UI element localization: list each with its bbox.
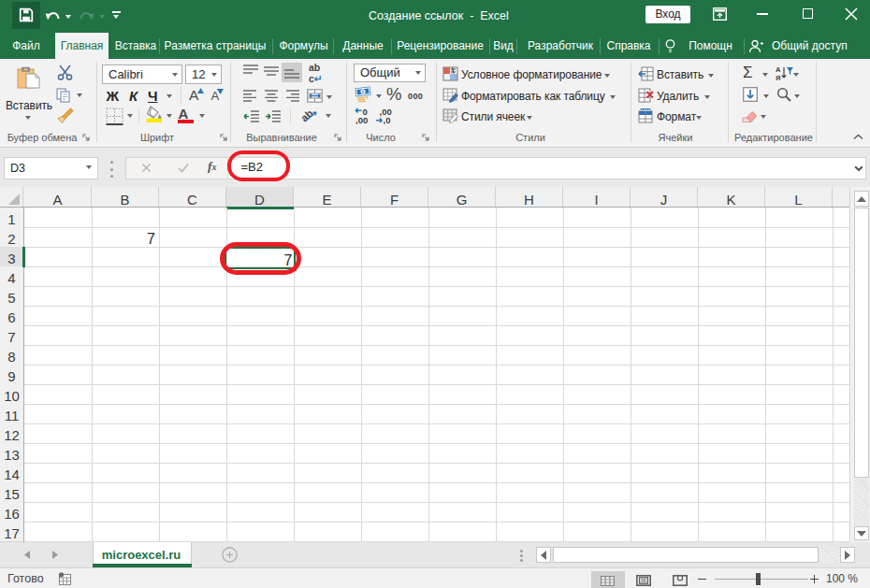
svg-text:А: А <box>776 65 781 74</box>
svg-text:Я: Я <box>776 74 780 81</box>
svg-text:,0: ,0 <box>384 115 391 124</box>
svg-text:,00: ,00 <box>355 115 368 125</box>
